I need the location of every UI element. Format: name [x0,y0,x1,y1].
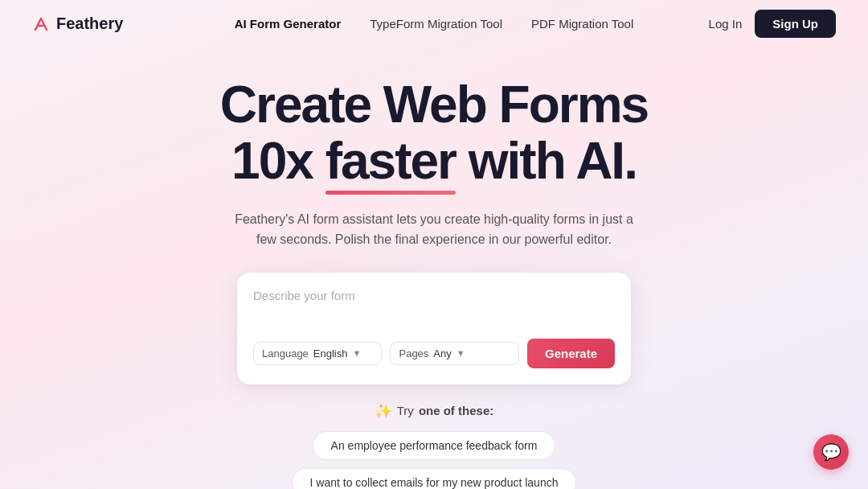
nav-links: AI Form Generator TypeForm Migration Too… [235,17,634,31]
hero-title-line1: Create Web Forms [220,76,648,134]
nav-link-typeform[interactable]: TypeForm Migration Tool [370,17,502,31]
hero-title-line2: 10x faster with AI. [231,133,637,189]
suggestion-pills: An employee performance feedback form I … [0,431,868,489]
pages-value: Any [433,347,451,360]
pages-selector[interactable]: Pages Any ▼ [390,342,518,365]
hero-title-10x: 10x [231,132,326,190]
chat-bubble[interactable]: 💬 [813,434,849,470]
hero-title-with-ai: with AI. [456,132,637,190]
suggestion-1[interactable]: An employee performance feedback form [313,431,556,460]
nav-link-ai-form[interactable]: AI Form Generator [235,17,342,31]
hero-subtitle: Feathery's AI form assistant lets you cr… [233,209,635,250]
logo-icon [32,15,50,33]
language-value: English [313,347,348,360]
logo-text: Feathery [56,14,123,33]
language-label: Language [262,347,309,360]
hero-section: Create Web Forms 10x faster with AI. Fea… [0,47,868,250]
chat-bubble-icon: 💬 [821,442,841,462]
form-controls: Language English ▼ Pages Any ▼ Generate [253,339,615,368]
hero-underline [326,191,456,195]
try-section: ✨ Try one of these: An employee performa… [0,402,868,489]
nav-link-pdf[interactable]: PDF Migration Tool [531,17,633,31]
form-describe-input[interactable] [253,289,615,327]
sparkle-icon: ✨ [375,402,392,420]
nav-actions: Log In Sign Up [709,10,836,38]
pages-dropdown-icon: ▼ [457,348,465,358]
try-prefix: Try [397,404,414,417]
login-button[interactable]: Log In [709,17,743,31]
language-selector[interactable]: Language English ▼ [253,342,382,365]
form-card: Language English ▼ Pages Any ▼ Generate [237,273,631,384]
suggestion-2[interactable]: I want to collect emails for my new prod… [292,468,577,489]
navbar: Feathery AI Form Generator TypeForm Migr… [0,0,868,47]
hero-title: Create Web Forms 10x faster with AI. [32,76,836,190]
language-dropdown-icon: ▼ [352,348,361,358]
logo[interactable]: Feathery [32,14,123,33]
try-label: ✨ Try one of these: [0,402,868,420]
hero-title-faster-wrap: faster [326,133,456,189]
try-bold: one of these: [419,404,493,417]
generate-button[interactable]: Generate [527,339,615,368]
signup-button[interactable]: Sign Up [755,10,836,38]
pages-label: Pages [399,347,428,360]
